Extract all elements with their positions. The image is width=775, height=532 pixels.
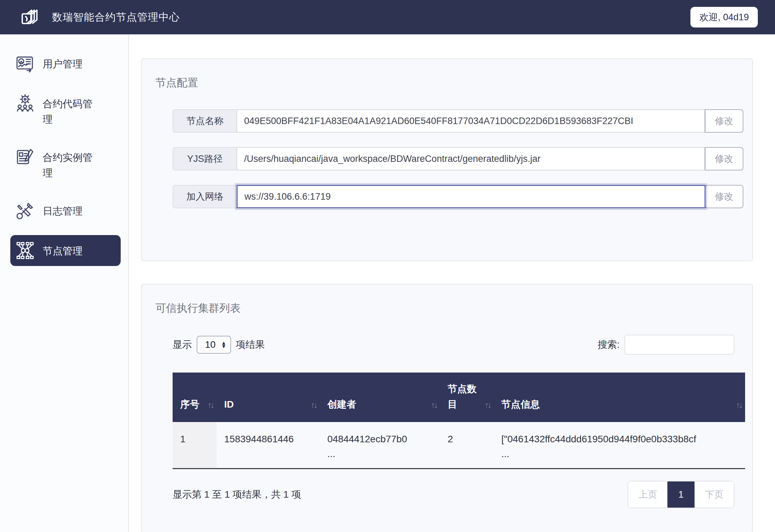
sort-arrows-icon: ↑↓ bbox=[431, 398, 437, 412]
column-header-id[interactable]: ID ↑↓ bbox=[217, 373, 320, 422]
results-label: 项结果 bbox=[236, 338, 265, 351]
table-row[interactable]: 1 1583944861446 04844412ecb77b0 ... 2 ["… bbox=[173, 422, 745, 469]
search-area: 搜索: bbox=[598, 335, 734, 355]
main-content: 节点配置 节点名称 修改 YJS路径 修改 加入网络 修改 可信执行集群列表 显… bbox=[129, 34, 775, 532]
sidebar-item-node-management[interactable]: 节点管理 bbox=[10, 235, 121, 266]
select-arrows-icon: ▲▼ bbox=[221, 341, 226, 348]
contract-code-icon bbox=[15, 93, 35, 113]
sidebar: 用户管理 合约代码管理 bbox=[0, 34, 129, 532]
cell-index: 1 bbox=[173, 422, 217, 469]
column-header-index[interactable]: 序号 ↑↓ bbox=[173, 373, 217, 422]
yjs-path-input[interactable] bbox=[237, 147, 705, 170]
log-tools-icon bbox=[15, 201, 35, 221]
table-controls: 显示 10 ▲▼ 项结果 搜索: bbox=[173, 335, 734, 355]
node-network-icon bbox=[15, 241, 35, 261]
sidebar-item-log-management[interactable]: 日志管理 bbox=[10, 195, 121, 226]
node-config-title: 节点配置 bbox=[155, 76, 743, 90]
previous-page-button[interactable]: 上页 bbox=[628, 481, 667, 508]
modify-join-network-button[interactable]: 修改 bbox=[705, 185, 743, 208]
cluster-list-title: 可信执行集群列表 bbox=[155, 301, 743, 315]
welcome-user-button[interactable]: 欢迎, 04d19 bbox=[690, 7, 758, 27]
column-header-node-info[interactable]: 节点信息 ↑↓ bbox=[494, 373, 745, 422]
modify-node-name-button[interactable]: 修改 bbox=[705, 109, 743, 133]
node-name-label: 节点名称 bbox=[173, 109, 237, 133]
search-label: 搜索: bbox=[598, 338, 620, 351]
next-page-button[interactable]: 下页 bbox=[695, 481, 734, 508]
current-page-button[interactable]: 1 bbox=[667, 481, 695, 508]
table-header-row: 序号 ↑↓ ID ↑↓ 创建者 ↑↓ 节点数目 bbox=[173, 373, 745, 422]
page-length-value: 10 bbox=[205, 339, 216, 350]
node-config-panel: 节点配置 节点名称 修改 YJS路径 修改 加入网络 修改 bbox=[141, 58, 753, 261]
node-name-input[interactable] bbox=[237, 109, 705, 133]
cell-node-count: 2 bbox=[440, 422, 494, 469]
cell-node-info: ["0461432ffc44ddd61950d944f9f0e0b333b8cf… bbox=[494, 422, 745, 469]
cell-creator: 04844412ecb77b0 ... bbox=[320, 422, 440, 469]
sidebar-item-label: 用户管理 bbox=[43, 56, 98, 72]
sidebar-item-label: 合约代码管理 bbox=[43, 96, 98, 127]
modify-yjs-path-button[interactable]: 修改 bbox=[705, 147, 743, 170]
sort-arrows-icon: ↑↓ bbox=[484, 398, 490, 412]
yjs-path-row: YJS路径 修改 bbox=[173, 147, 743, 170]
yjs-path-label: YJS路径 bbox=[173, 147, 237, 170]
cluster-table: 序号 ↑↓ ID ↑↓ 创建者 ↑↓ 节点数目 bbox=[173, 373, 745, 469]
pagination: 上页 1 下页 bbox=[627, 481, 734, 508]
sidebar-item-label: 合约实例管理 bbox=[43, 150, 98, 181]
sort-arrows-icon: ↑↓ bbox=[736, 398, 742, 412]
join-network-row: 加入网络 修改 bbox=[173, 185, 743, 208]
column-header-node-count[interactable]: 节点数目 ↑↓ bbox=[440, 373, 494, 422]
join-network-label: 加入网络 bbox=[173, 185, 237, 208]
app-logo-icon bbox=[19, 7, 40, 28]
show-label: 显示 bbox=[173, 338, 192, 351]
sidebar-item-user-management[interactable]: 用户管理 bbox=[10, 48, 121, 79]
search-input[interactable] bbox=[624, 335, 734, 355]
sidebar-item-label: 日志管理 bbox=[43, 203, 98, 219]
cluster-list-panel: 可信执行集群列表 显示 10 ▲▼ 项结果 搜索: bbox=[141, 284, 753, 532]
column-header-creator[interactable]: 创建者 ↑↓ bbox=[320, 373, 440, 422]
sidebar-item-contract-code[interactable]: 合约代码管理 bbox=[10, 88, 121, 133]
app-title: 数瑞智能合约节点管理中心 bbox=[52, 10, 180, 24]
sort-arrows-icon: ↑↓ bbox=[207, 398, 213, 412]
contract-instance-icon bbox=[15, 147, 35, 167]
sidebar-item-contract-instance[interactable]: 合约实例管理 bbox=[10, 142, 121, 186]
sidebar-item-label: 节点管理 bbox=[43, 243, 98, 259]
sort-arrows-icon: ↑↓ bbox=[310, 398, 316, 412]
user-management-icon bbox=[15, 54, 35, 74]
page-length-select[interactable]: 10 ▲▼ bbox=[197, 336, 231, 354]
results-summary: 显示第 1 至 1 项结果，共 1 项 bbox=[173, 488, 301, 501]
join-network-input[interactable] bbox=[237, 185, 706, 208]
table-footer: 显示第 1 至 1 项结果，共 1 项 上页 1 下页 bbox=[173, 481, 734, 508]
top-navbar: 数瑞智能合约节点管理中心 欢迎, 04d19 bbox=[0, 0, 775, 34]
node-name-row: 节点名称 修改 bbox=[173, 109, 743, 133]
cell-id: 1583944861446 bbox=[217, 422, 320, 469]
